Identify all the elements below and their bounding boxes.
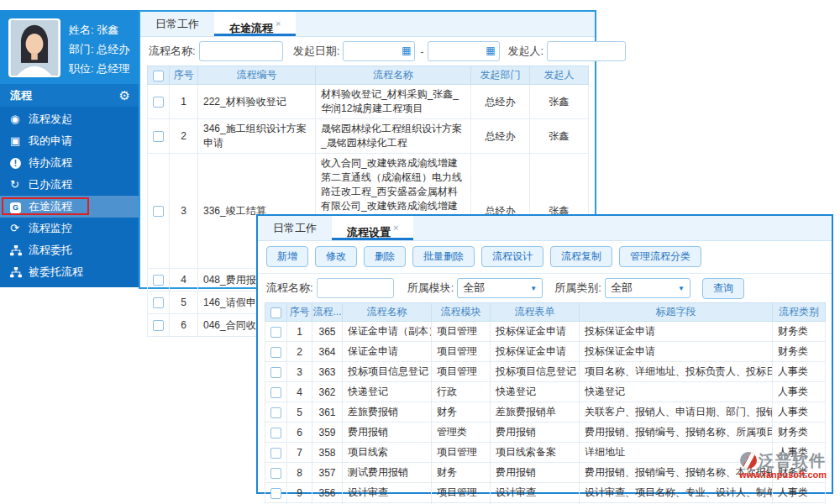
chevron-down-icon: ▼ <box>678 285 685 292</box>
close-icon[interactable]: × <box>393 223 398 233</box>
row-checkbox[interactable] <box>153 275 164 286</box>
sidebar-item-in-transit-flows[interactable]: G 在途流程 <box>0 196 139 218</box>
column-header: 序号 <box>170 66 198 85</box>
row-checkbox[interactable] <box>270 468 281 479</box>
sidebar-item-label: 在途流程 <box>29 196 72 218</box>
row-checkbox[interactable] <box>153 320 164 331</box>
sidebar-item-flow-monitor[interactable]: ⟳ 流程监控 <box>0 218 139 239</box>
flow-name-input[interactable] <box>199 41 283 61</box>
table-cell: 快递登记 <box>491 382 580 402</box>
table-cell: 财务类 <box>773 322 826 342</box>
table-cell: 项目管理 <box>432 483 491 503</box>
sidebar-item-process-start[interactable]: ◉ 流程发起 <box>0 108 139 130</box>
flow-copy-button[interactable]: 流程复制 <box>550 246 612 267</box>
flow-name-label: 流程名称: <box>149 44 196 59</box>
table-cell: 费用报销 <box>491 463 580 483</box>
module-label: 所属模块: <box>407 281 454 296</box>
manage-flow-category-button[interactable]: 管理流程分类 <box>619 246 701 267</box>
redo-icon: ↻ <box>10 174 29 196</box>
row-checkbox[interactable] <box>153 297 164 308</box>
module-select-value: 全部 <box>463 281 485 296</box>
tab-daily-work[interactable]: 日常工作 <box>140 12 214 36</box>
id-card-icon: ▣ <box>10 130 29 152</box>
close-icon[interactable]: × <box>276 18 281 29</box>
select-all-checkbox[interactable] <box>270 307 281 318</box>
table-cell: 财务 <box>432 402 491 423</box>
table-cell: 356 <box>312 483 343 503</box>
table-cell: 保证金申请（副本） <box>343 322 432 342</box>
row-checkbox[interactable] <box>153 206 164 217</box>
table-cell: 9 <box>287 483 312 503</box>
sync-icon: ⟳ <box>10 218 29 239</box>
tab-flow-settings[interactable]: 流程设置× <box>332 216 413 240</box>
row-checkbox[interactable] <box>270 327 281 338</box>
sidebar-item-delegated-flows[interactable]: 被委托流程 <box>0 261 139 283</box>
row-checkbox[interactable] <box>270 488 281 499</box>
table-cell: 投标保证金申请 <box>580 342 773 362</box>
g-badge-icon: G <box>10 196 29 218</box>
sidebar-item-flow-delegate[interactable]: 流程委托 <box>0 239 139 261</box>
table-cell: 设计审查 <box>491 483 580 503</box>
table-cell: 人事类 <box>773 483 826 503</box>
avatar <box>8 18 60 77</box>
row-checkbox[interactable] <box>153 97 164 108</box>
column-header: 流程编号 <box>198 66 316 85</box>
watermark-url: www.fanpusoft.com <box>727 469 838 481</box>
batch-delete-button[interactable]: 批量删除 <box>412 246 475 267</box>
user-profile: 姓名: 张鑫 部门: 总经办 职位: 总经理 <box>0 10 139 84</box>
sidebar-item-my-applications[interactable]: ▣ 我的申请 <box>0 130 139 152</box>
table-cell: 359 <box>312 423 343 443</box>
column-header: 流程模块 <box>432 303 491 322</box>
row-checkbox[interactable] <box>270 428 281 438</box>
column-header: 发起人 <box>530 66 589 85</box>
table-cell: 363 <box>312 362 343 382</box>
gear-icon[interactable]: ⚙ <box>119 84 130 107</box>
table-cell: 材料验收登记_材料采购_张鑫_华润12城房建工程项目 <box>316 85 471 119</box>
table-cell: 保证金申请 <box>343 342 432 362</box>
category-select[interactable]: 全部 ▼ <box>605 278 690 298</box>
tab-in-transit-flows[interactable]: 在途流程× <box>214 12 296 36</box>
table-cell: 8 <box>287 463 312 483</box>
flow-name-input[interactable] <box>317 278 394 298</box>
table-cell: 358 <box>312 443 343 463</box>
sidebar-item-pending-flows[interactable]: ! 待办流程 <box>0 152 139 174</box>
table-cell: 2 <box>287 342 312 362</box>
add-button[interactable]: 新增 <box>266 246 308 267</box>
column-header: 序号 <box>287 303 312 322</box>
row-checkbox[interactable] <box>270 387 281 398</box>
select-all-checkbox[interactable] <box>153 71 164 81</box>
date-from-box: ▦ <box>343 41 415 61</box>
table-row: 1222_材料验收登记材料验收登记_材料采购_张鑫_华润12城房建工程项目总经办… <box>148 85 589 119</box>
edit-button[interactable]: 修改 <box>315 246 357 267</box>
row-checkbox[interactable] <box>270 407 281 418</box>
table-cell: 2 <box>170 119 198 154</box>
table-row: 9356设计审查项目管理设计审查设计审查、项目名称、专业、设计人、制单日期人事类 <box>265 483 826 503</box>
row-checkbox[interactable] <box>270 347 281 358</box>
column-header: 发起部门 <box>471 66 530 85</box>
delete-button[interactable]: 删除 <box>364 246 406 267</box>
calendar-icon[interactable]: ▦ <box>486 45 495 56</box>
row-checkbox[interactable] <box>270 448 281 459</box>
column-header: 标题字段 <box>580 303 773 322</box>
module-select[interactable]: 全部 ▼ <box>457 278 543 298</box>
calendar-icon[interactable]: ▦ <box>402 45 411 56</box>
table-cell: 晟铭园林绿化工程组织设计方案_晟铭园林绿化工程 <box>316 119 471 154</box>
table-cell: 总经办 <box>471 85 530 119</box>
sidebar-item-done-flows[interactable]: ↻ 已办流程 <box>0 174 139 196</box>
table-cell: 1 <box>170 85 198 119</box>
sidebar-item-label: 待办流程 <box>29 152 72 174</box>
date-range-separator: - <box>420 45 423 58</box>
sidebar: 姓名: 张鑫 部门: 总经办 职位: 总经理 流程 ⚙ ◉ 流程发起 ▣ 我的申… <box>0 10 139 287</box>
tab-daily-work[interactable]: 日常工作 <box>258 216 332 240</box>
table-cell: 设计审查、项目名称、专业、设计人、制单日期 <box>580 483 773 503</box>
sitemap-icon <box>10 261 29 283</box>
avatar-image <box>10 20 59 76</box>
row-checkbox[interactable] <box>270 367 281 378</box>
row-checkbox[interactable] <box>153 131 164 142</box>
table-cell: 项目管理 <box>432 362 491 382</box>
row-checkbox-cell <box>265 423 287 443</box>
query-button[interactable]: 查询 <box>702 278 744 299</box>
initiator-input[interactable] <box>547 41 626 61</box>
sidebar-item-label: 流程委托 <box>29 239 72 261</box>
flow-design-button[interactable]: 流程设计 <box>481 246 543 267</box>
